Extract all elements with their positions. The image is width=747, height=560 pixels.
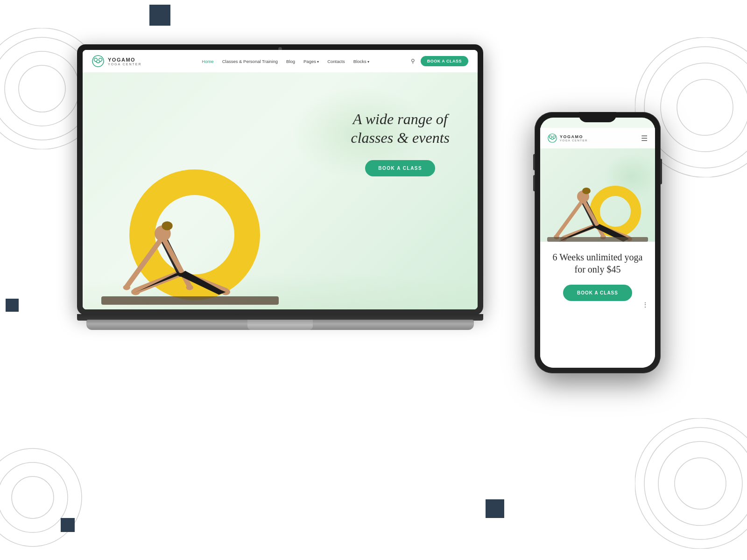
laptop-logo-name: YOGAMO [108, 57, 142, 63]
phone-yoga-figure [540, 148, 655, 242]
laptop-nav-blog[interactable]: Blog [286, 59, 295, 64]
phone-vol-up [533, 154, 535, 170]
phone-vol-down [533, 175, 535, 191]
laptop-hero-title: A wide range of classes & events [351, 110, 450, 147]
laptop-nav-home[interactable]: Home [202, 59, 213, 64]
laptop-hero-book-button[interactable]: BOOK A CLASS [365, 160, 435, 176]
laptop-hero-text: A wide range of classes & events BOOK A … [351, 110, 450, 176]
phone-logo-sub: YOGA CENTER [560, 139, 588, 142]
laptop-hero-section: A wide range of classes & events BOOK A … [83, 72, 478, 309]
svg-point-30 [549, 136, 551, 138]
svg-point-31 [553, 136, 555, 138]
phone-notch [579, 112, 616, 122]
phone-device: YOGAMO YOGA CENTER ☰ [535, 112, 661, 373]
laptop-logo-sub: YOGA CENTER [108, 63, 142, 66]
svg-point-26 [186, 285, 193, 290]
laptop-nav-classes[interactable]: Classes & Personal Training [222, 59, 278, 64]
laptop-nav-blocks[interactable]: Blocks [353, 59, 369, 64]
laptop-hero-cta: BOOK A CLASS [351, 160, 450, 176]
more-options-icon[interactable]: ⋮ [642, 301, 648, 309]
svg-point-20 [131, 289, 140, 295]
search-icon[interactable]: ⚲ [411, 58, 415, 65]
phone-logo-name: YOGAMO [560, 134, 588, 139]
laptop-book-button[interactable]: BOOK A CLASS [421, 56, 468, 66]
phone-navbar: YOGAMO YOGA CENTER ☰ [540, 128, 655, 148]
yogamo-logo-icon [92, 55, 104, 67]
svg-point-15 [92, 56, 104, 67]
phone-side-button [660, 159, 662, 184]
phone-logo-icon [548, 133, 557, 143]
laptop-screen: YOGAMO YOGA CENTER Home Classes & Person… [83, 50, 478, 309]
phone-yoga-mat [547, 237, 648, 242]
phone-book-button[interactable]: BOOK A CLASS [563, 285, 632, 301]
phone-screen: YOGAMO YOGA CENTER ☰ [540, 118, 655, 368]
phone-promo-title: 6 Weeks unlimited yoga for only $45 [548, 251, 648, 275]
hamburger-menu-icon[interactable]: ☰ [641, 134, 648, 143]
laptop-device: YOGAMO YOGA CENTER Home Classes & Person… [77, 44, 483, 352]
svg-point-25 [123, 285, 130, 290]
laptop-nav-right: ⚲ BOOK A CLASS [411, 56, 468, 66]
laptop-nav-pages[interactable]: Pages [303, 59, 319, 64]
yoga-person [92, 174, 269, 305]
phone-hero-image [540, 148, 655, 242]
svg-point-28 [162, 221, 173, 230]
phone-content: 6 Weeks unlimited yoga for only $45 BOOK… [540, 242, 655, 368]
svg-point-16 [94, 58, 98, 62]
laptop-logo: YOGAMO YOGA CENTER [92, 55, 142, 67]
svg-point-29 [548, 134, 557, 142]
svg-point-42 [582, 188, 591, 194]
laptop-nav-contacts[interactable]: Contacts [327, 59, 345, 64]
laptop-base-notch [247, 320, 313, 330]
yoga-figure-svg [92, 174, 269, 300]
laptop-navbar: YOGAMO YOGA CENTER Home Classes & Person… [83, 50, 478, 72]
phone-logo: YOGAMO YOGA CENTER [548, 133, 641, 143]
svg-point-17 [99, 58, 102, 62]
laptop-nav-links: Home Classes & Personal Training Blog Pa… [161, 59, 411, 64]
